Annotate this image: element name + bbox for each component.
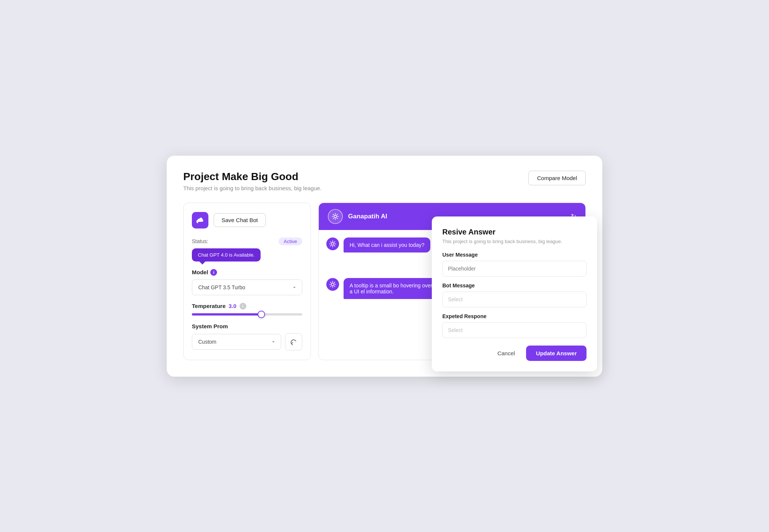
- cloud-svg-icon: [196, 216, 205, 225]
- bot-avatar-1: [326, 237, 339, 250]
- resive-footer: Cancel Update Answer: [442, 346, 587, 361]
- svg-line-15: [334, 245, 335, 246]
- tooltip-popup: Chat GPT 4.0 is Available.: [192, 248, 261, 261]
- content-area: Save Chat Bot Status: Active Chat GPT 4.…: [183, 203, 586, 360]
- svg-line-14: [330, 242, 331, 242]
- temperature-row: Temperature 3.0 i: [192, 303, 302, 310]
- system-prom-select[interactable]: Custom: [192, 334, 281, 350]
- project-subtitle: This project is going to bring back busi…: [183, 185, 322, 191]
- update-answer-button[interactable]: Update Answer: [526, 346, 587, 361]
- svg-line-23: [330, 282, 331, 283]
- chat-bot-avatar: [328, 209, 343, 224]
- compare-model-button[interactable]: Compare Model: [528, 171, 586, 185]
- svg-line-24: [334, 286, 335, 287]
- temperature-label: Temperature: [192, 303, 226, 309]
- svg-line-25: [330, 286, 331, 287]
- bot-sun-icon-2: [329, 281, 336, 288]
- redirect-button[interactable]: [285, 333, 302, 350]
- svg-line-6: [337, 218, 338, 219]
- bot-avatar-2: [326, 278, 339, 291]
- bot-sun-icon-1: [329, 240, 336, 248]
- svg-line-17: [334, 242, 335, 242]
- bot-message-label: Bot Message: [442, 283, 587, 289]
- sun-icon: [332, 213, 339, 220]
- svg-point-9: [332, 242, 334, 245]
- cancel-button[interactable]: Cancel: [491, 346, 522, 361]
- left-panel-top: Save Chat Bot: [192, 212, 302, 228]
- active-badge: Active: [279, 237, 302, 245]
- svg-point-18: [332, 283, 334, 286]
- model-info-icon[interactable]: i: [210, 269, 217, 276]
- svg-line-26: [334, 282, 335, 283]
- cloud-icon: [192, 212, 208, 228]
- svg-point-0: [334, 215, 337, 218]
- left-panel: Save Chat Bot Status: Active Chat GPT 4.…: [183, 203, 311, 360]
- system-select-wrap: Custom: [192, 334, 281, 350]
- svg-line-7: [333, 218, 334, 219]
- user-message-label: User Message: [442, 252, 587, 258]
- chat-header-left: Ganapatih AI: [328, 209, 387, 224]
- bot-bubble-2: A tooltip is a small bo hovering over a …: [344, 278, 441, 299]
- main-card: Project Make Big Good This project is go…: [167, 156, 602, 377]
- page-title: Project Make Big Good: [183, 171, 322, 183]
- bot-bubble-1: Hi, What can i assist you today?: [344, 237, 430, 252]
- status-label: Status:: [192, 238, 208, 244]
- temperature-slider-track: [192, 313, 302, 316]
- model-label: Model i: [192, 269, 302, 276]
- expected-response-select[interactable]: Select: [442, 322, 587, 338]
- system-prom-row: Custom: [192, 333, 302, 350]
- resive-answer-panel: Resive Answer This project is going to b…: [432, 216, 597, 371]
- header-row: Project Make Big Good This project is go…: [183, 171, 586, 191]
- bot-message-select[interactable]: Select: [442, 292, 587, 307]
- svg-line-8: [337, 214, 338, 215]
- resive-panel-title: Resive Answer: [442, 228, 587, 236]
- model-select[interactable]: Chat GPT 3.5 Turbo: [192, 280, 302, 295]
- user-message-input[interactable]: [442, 261, 587, 277]
- system-prom-label: System Prom: [192, 323, 302, 329]
- temperature-slider-thumb[interactable]: [258, 311, 265, 318]
- expected-response-label: Expeted Respone: [442, 313, 587, 319]
- temperature-info-icon[interactable]: i: [240, 303, 246, 310]
- status-row: Status: Active: [192, 237, 302, 245]
- save-chatbot-button[interactable]: Save Chat Bot: [214, 213, 266, 227]
- project-info: Project Make Big Good This project is go…: [183, 171, 322, 191]
- svg-line-5: [333, 214, 334, 215]
- svg-line-16: [330, 245, 331, 246]
- chat-bot-name: Ganapatih AI: [348, 213, 387, 220]
- resive-panel-subtitle: This project is going to bring back busi…: [442, 239, 587, 244]
- temperature-value: 3.0: [229, 303, 237, 309]
- redirect-icon: [290, 338, 297, 345]
